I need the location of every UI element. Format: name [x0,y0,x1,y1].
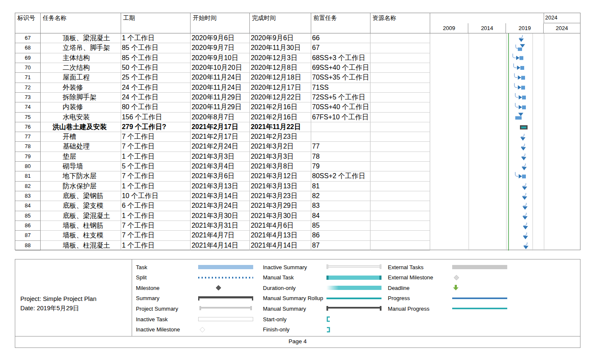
task-duration: 1 个工作日 [121,211,191,221]
task-duration: 156 个工作日 [121,113,191,122]
task-start: 2021年2月24日 [191,142,250,152]
task-resources [370,93,430,102]
task-resources [370,241,430,251]
task-name: 墙板、柱支模 [41,231,121,240]
legend-item: Milestone [136,283,160,293]
task-resources [370,231,430,240]
task-duration: 10 个工作日 [121,191,191,201]
task-duration: 1 个工作日 [121,33,191,43]
task-finish: 2020年12月18日 [250,73,311,83]
task-resources [370,53,430,63]
task-finish: 2021年4月13日 [250,231,311,240]
task-start: 2021年3月31日 [191,221,250,231]
task-name: 内装修 [41,102,121,112]
task-start: 2021年2月17日 [191,132,250,142]
task-predecessors: 67 [311,43,370,53]
legend-item: Duration-only [263,283,296,293]
project-info: Project: Simple Project Plan Date: 2019年… [20,294,97,313]
task-start: 2020年8月7日 [191,113,250,122]
task-predecessors: 68SS+3 个工作日 [311,53,370,63]
task-id: 81 [15,171,41,181]
timescale-bottom-tier: 2009201420192024 [430,23,580,33]
task-id: 79 [15,152,41,162]
task-duration: 1 个工作日 [121,241,191,251]
legend-label: Progress [388,295,410,301]
task-resources [370,191,430,201]
legend-swatch-split [198,274,253,283]
timescale-year-2019-2: 2019 [506,23,543,33]
task-finish: 2020年12月8日 [250,63,311,73]
task-predecessors: 84 [311,211,370,221]
task-finish: 2021年3月8日 [250,162,311,171]
task-finish: 2021年2月23日 [250,132,311,142]
legend-swatch-task-bar [198,264,253,272]
task-name: 洪山巷土建及安装 [41,122,121,132]
task-resources [370,63,430,73]
legend-label: Inactive Summary [263,264,307,270]
task-name: 底板、梁支模 [41,201,121,211]
task-name: 开槽 [41,132,121,142]
legend-item: Task [136,262,147,272]
gantt-glyph-74 [515,103,526,109]
task-name: 拆除脚手架 [41,93,121,102]
page-number: Page 4 [289,338,307,345]
task-start: 2021年3月13日 [191,182,250,191]
column-header-finish: 完成时间 [250,13,311,33]
task-finish: 2021年3月29日 [250,201,311,211]
legend-item: Summary [136,293,160,303]
task-finish: 2020年9月6日 [250,33,311,43]
legend-swatch-milestone [198,284,253,293]
task-start: 2021年3月4日 [191,162,250,171]
task-finish: 2021年2月16日 [250,113,311,122]
task-resources [370,132,430,142]
task-name: 底板、梁混凝土 [41,211,121,221]
project-title: Project: Simple Project Plan [20,294,97,303]
task-start: 2020年9月10日 [191,53,250,63]
gantt-glyph-68 [516,44,525,51]
timescale-year-2009-0: 2009 [430,23,468,33]
task-id: 75 [15,113,41,122]
gantt-glyph-73 [515,93,526,99]
gantt-glyph-87 [523,232,528,239]
column-header-id: 标识号 [15,13,41,33]
legend-label: Finish-only [263,326,290,333]
task-duration: 25 个工作日 [121,73,191,83]
column-header-duration: 工期 [121,13,191,33]
task-duration: 6 个工作日 [121,201,191,211]
gantt-glyph-79 [521,154,526,160]
task-predecessors: 87 [311,241,370,251]
legend-label: Deadline [388,285,409,291]
legend-label: Manual Progress [388,306,429,312]
task-predecessors: 82 [311,191,370,201]
task-predecessors: 79 [311,162,370,171]
task-duration: 85 个工作日 [121,53,191,63]
column-header-task-name: 任务名称 [41,13,121,33]
task-predecessors [311,132,370,142]
task-finish: 2020年12月3日 [250,53,311,63]
task-resources [370,122,430,132]
task-predecessors: 78 [311,152,370,162]
column-header-start: 开始时间 [191,13,250,33]
gantt-sheet: 标识号 任务名称 工期 开始时间 完成时间 前置任务 资源名称 2024 200… [15,13,580,250]
gantt-glyph-72 [514,83,525,90]
legend-label: Manual Summary Rollup [263,295,323,301]
gantt-glyph-83 [522,193,527,200]
task-duration: 279 个工作日? [121,122,191,132]
legend-label: Split [136,274,146,281]
legend-swatch-manual-progress [452,305,507,314]
task-duration: 50 个工作日 [121,63,191,73]
gantt-glyph-75 [515,113,523,120]
task-resources [370,142,430,152]
legend-item: Manual Summary Rollup [263,293,323,303]
legend-swatch-summary [198,295,253,303]
task-id: 71 [15,73,41,83]
task-name: 防水保护层 [41,182,121,191]
project-date: Date: 2019年5月29日 [20,303,97,313]
timescale-top-tier: 2024 [430,13,580,23]
task-name: 地下防水层 [41,171,121,181]
gantt-glyph-76 [520,125,528,130]
task-name: 立塔吊、脚手架 [41,43,121,53]
task-start: 2021年3月6日 [191,171,250,181]
task-id: 70 [15,63,41,73]
task-id: 78 [15,142,41,152]
